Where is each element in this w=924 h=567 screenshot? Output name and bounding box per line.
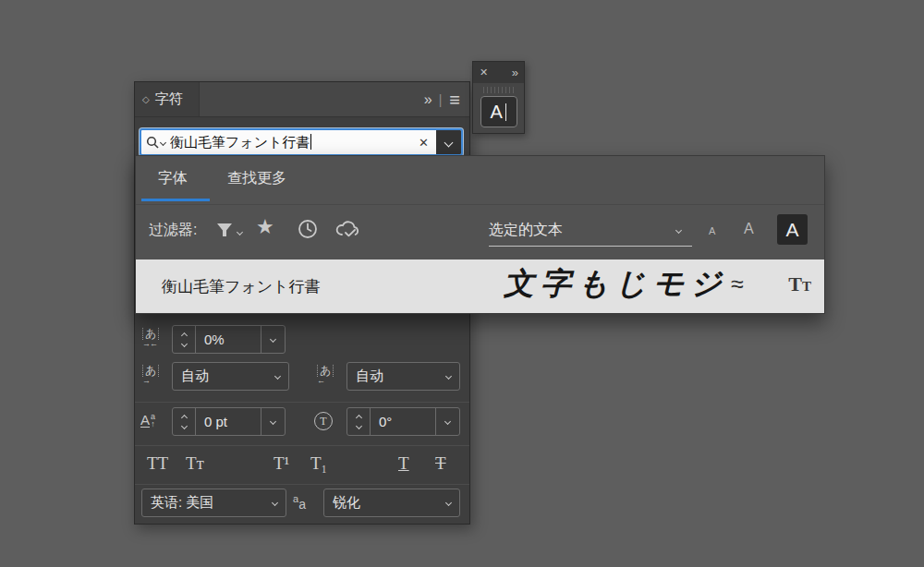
chevron-down-icon <box>445 373 452 380</box>
font-list-dropdown-button[interactable] <box>436 130 461 154</box>
expand-dock-icon[interactable]: » <box>512 66 517 79</box>
preview-size-medium-button[interactable]: A <box>744 221 754 237</box>
tsume-stepper[interactable]: 0% <box>172 325 286 354</box>
font-name: 衡山毛筆フォント行書 <box>162 276 321 297</box>
approx-glyph: ≈ <box>731 271 744 297</box>
dropdown-tabs: 字体 查找更多 <box>136 156 824 205</box>
character-panel-icon: A <box>491 102 503 123</box>
aki-after-icon: あ ← <box>317 365 334 384</box>
filter-chevron-icon[interactable] <box>237 229 243 235</box>
rotation-spin-buttons[interactable] <box>347 408 371 435</box>
separator <box>135 402 469 403</box>
anti-aliasing-select[interactable]: 锐化 <box>323 489 460 517</box>
separator <box>135 445 469 446</box>
style-buttons-row: TT Tᴛ T¹ T₁ T T <box>135 450 469 477</box>
small-caps-button[interactable]: Tᴛ <box>186 450 204 477</box>
aki-before-icon: あ → <box>142 365 159 384</box>
language-value: 英语: 美国 <box>151 494 213 512</box>
preview-size-small-button[interactable]: A <box>709 225 715 236</box>
language-row: 英语: 美国 a a 锐化 <box>135 489 469 518</box>
chevron-down-icon <box>675 226 682 233</box>
panel-collapse-icon[interactable]: ◇ <box>142 94 150 104</box>
truetype-badge-icon: TT <box>788 272 811 296</box>
aki-after-value: 自动 <box>356 368 383 385</box>
filter-funnel-icon[interactable] <box>215 221 234 239</box>
baseline-spin-buttons[interactable] <box>173 408 196 435</box>
clear-search-icon[interactable]: ✕ <box>419 136 429 150</box>
search-icon <box>146 136 159 149</box>
search-mode-chevron-icon[interactable] <box>160 139 166 145</box>
dock-gripper[interactable] <box>483 87 515 93</box>
rotation-dropdown-icon[interactable] <box>435 408 459 435</box>
favorites-star-icon[interactable]: ★ <box>256 215 274 239</box>
aki-after-select[interactable]: 自动 <box>346 362 460 391</box>
chevron-down-icon <box>272 500 278 506</box>
collapsed-panel-dock: ✕ » A <box>472 61 525 134</box>
preview-source-value: 选定的文本 <box>489 221 563 240</box>
tsume-row: あ →← 0% <box>135 325 469 355</box>
strikethrough-button[interactable]: T <box>435 450 446 477</box>
baseline-shift-stepper[interactable]: 0 pt <box>172 407 286 436</box>
collapse-to-icons-icon[interactable]: » <box>424 91 432 108</box>
underline-button[interactable]: T <box>398 450 409 477</box>
character-panel-titlebar: ◇ 字符 » | ≡ <box>135 82 469 117</box>
text-caret <box>505 103 507 121</box>
font-search-dropdown: 字体 查找更多 过滤器: ★ 选定的文本 A A A 衡山毛筆フォント行書 文字… <box>135 155 825 314</box>
baseline-shift-icon: A a ↑ <box>140 413 155 428</box>
filter-bar: 过滤器: ★ 选定的文本 A A A <box>136 205 824 259</box>
tab-find-more[interactable]: 查找更多 <box>227 169 286 188</box>
rotation-stepper[interactable]: 0° <box>346 407 460 436</box>
close-icon[interactable]: ✕ <box>480 66 488 78</box>
separator <box>135 484 469 485</box>
anti-aliasing-icon: a a <box>293 494 306 511</box>
active-tab-underline <box>141 199 210 201</box>
preview-size-large-button[interactable]: A <box>777 214 808 245</box>
rotation-value[interactable]: 0° <box>371 408 435 435</box>
chevron-down-icon <box>445 500 452 506</box>
baseline-shift-value[interactable]: 0 pt <box>196 408 261 435</box>
tab-fonts[interactable]: 字体 <box>158 169 188 188</box>
dock-titlebar: ✕ » <box>473 62 524 83</box>
baseline-rotation-row: A a ↑ 0 pt T 0° <box>135 407 469 437</box>
tab-character-label: 字符 <box>155 90 183 108</box>
font-search-input[interactable]: 衡山毛筆フォント行書 ✕ <box>140 128 463 156</box>
panel-menu-icon[interactable]: ≡ <box>449 90 460 109</box>
preview-source-select[interactable]: 选定的文本 <box>489 214 692 247</box>
subscript-button[interactable]: T₁ <box>310 450 327 477</box>
superscript-button[interactable]: T¹ <box>274 450 289 477</box>
baseline-dropdown-icon[interactable] <box>261 408 285 435</box>
font-sample-text: 文字もじモジ <box>504 263 728 305</box>
font-search-value[interactable]: 衡山毛筆フォント行書 <box>170 134 411 151</box>
anti-aliasing-value: 锐化 <box>333 494 360 512</box>
tab-character[interactable]: ◇ 字符 <box>135 82 200 116</box>
tsume-value[interactable]: 0% <box>196 326 261 353</box>
character-panel-dock-button[interactable]: A <box>480 96 517 127</box>
tsume-spin-buttons[interactable] <box>173 326 196 353</box>
language-select[interactable]: 英语: 美国 <box>141 489 286 517</box>
recent-fonts-clock-icon[interactable] <box>298 219 318 239</box>
tsume-dropdown-icon[interactable] <box>261 326 285 353</box>
aki-row: あ → 自动 あ ← 自动 <box>135 362 469 392</box>
titlebar-divider: | <box>439 92 443 107</box>
activate-fonts-cloud-icon[interactable] <box>335 219 361 239</box>
aki-before-select[interactable]: 自动 <box>172 362 289 391</box>
chevron-down-icon <box>274 373 281 380</box>
all-caps-button[interactable]: TT <box>147 450 168 477</box>
proportional-spacing-icon: あ →← <box>142 328 159 347</box>
aki-before-value: 自动 <box>181 368 209 385</box>
character-rotation-icon: T <box>314 412 333 430</box>
font-result-row[interactable]: 衡山毛筆フォント行書 文字もじモジ ≈ TT <box>136 259 824 313</box>
filter-label: 过滤器: <box>149 221 197 240</box>
text-caret <box>310 134 311 150</box>
